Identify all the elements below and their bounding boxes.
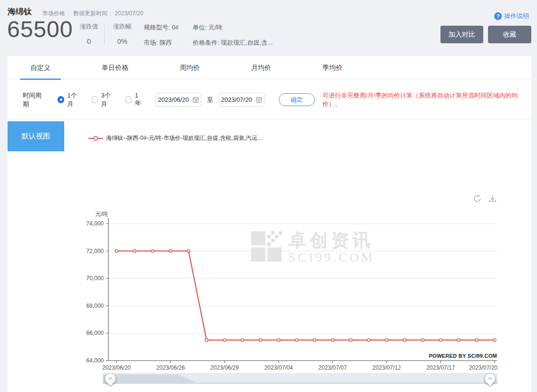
filter-note: 可进行非完整周/月/季的均价计算（系统将自动计算所选时间区域内的均价）。 [322, 91, 531, 108]
add-compare-button[interactable]: 加入对比 [440, 26, 483, 43]
period-label: 时间周期 [23, 91, 47, 108]
radio-1year[interactable]: 1年 [125, 92, 144, 108]
default-view-button[interactable]: 默认视图 [8, 121, 64, 151]
svg-text:2023/06/26: 2023/06/26 [156, 364, 185, 371]
end-date-value: 2023/07/20 [221, 96, 252, 103]
help-label: 操作说明 [504, 12, 529, 20]
filter-bar: 时间周期 1个月 3个月 1年 2023/06/20 至 2023/07/20 … [8, 80, 531, 120]
divider [104, 25, 105, 45]
change-value-label: 涨跌值 [74, 22, 104, 31]
spec-label: 规格型号: 0# [144, 23, 179, 32]
svg-text:2023/07/17: 2023/07/17 [426, 364, 455, 371]
svg-text:66,000: 66,000 [86, 330, 104, 336]
page-title: 海绵钛 [8, 6, 32, 17]
tab-daily-price[interactable]: 单日价格 [97, 56, 133, 80]
condition-label: 价格条件: 现款现汇,自提,含... [193, 39, 273, 47]
page: 海绵钛 市场价格 数据更新时间： 2023/07/20 ? 操作说明 65500… [0, 0, 537, 392]
datazoom-shadow [103, 373, 498, 384]
refresh-icon[interactable] [473, 194, 482, 203]
change-pct-label: 涨跌幅 [107, 22, 137, 31]
radio-3month[interactable]: 3个月 [91, 91, 117, 108]
tab-weekly-avg[interactable]: 周均价 [175, 56, 205, 80]
svg-text:72,000: 72,000 [86, 248, 104, 255]
legend-marker-icon [88, 136, 103, 141]
download-icon[interactable] [488, 194, 497, 203]
svg-text:68,000: 68,000 [86, 303, 104, 309]
tab-bar: 自定义 单日价格 周均价 月均价 季均价 [8, 56, 531, 80]
svg-text:2023/07/07: 2023/07/07 [318, 364, 347, 371]
svg-text:64,000: 64,000 [86, 357, 104, 364]
update-time-value: 2023/07/20 [115, 10, 143, 17]
radio-label: 1年 [135, 92, 144, 108]
question-icon: ? [494, 12, 502, 20]
powered-by-label: POWERED BY SCI99.COM [429, 353, 497, 359]
chart-legend[interactable]: 海绵钛--陕西-0#-元/吨-市场价-现款现汇,自提,含税,袋装,汽运... [88, 134, 262, 142]
tab-custom[interactable]: 自定义 [26, 56, 55, 80]
update-time-label: 数据更新时间： [73, 10, 113, 17]
calendar-icon [193, 97, 199, 103]
to-label: 至 [207, 96, 213, 104]
svg-text:70,000: 70,000 [86, 275, 104, 282]
svg-text:74,000: 74,000 [86, 220, 104, 227]
change-value: 0 [74, 37, 104, 45]
unit-condition-block: 单位: 元/吨 价格条件: 现款现汇,自提,含... [193, 23, 273, 47]
content-panel: 自定义 单日价格 周均价 月均价 季均价 时间周期 1个月 3个月 1年 202… [8, 56, 531, 392]
start-date-value: 2023/06/20 [158, 96, 189, 103]
svg-text:2023/06/29: 2023/06/29 [210, 364, 239, 371]
price-line-chart[interactable]: 64,00066,00068,00070,00072,00074,000元/吨2… [76, 209, 504, 371]
change-pct-block: 涨跌幅 0% [107, 22, 137, 45]
current-price: 65500 [7, 16, 73, 42]
chart-toolbox [473, 194, 497, 203]
tab-quarterly-avg[interactable]: 季均价 [318, 56, 347, 80]
svg-text:2023/07/04: 2023/07/04 [264, 364, 293, 371]
change-value-block: 涨跌值 0 [74, 22, 104, 45]
calendar-icon [256, 97, 262, 103]
radio-1month[interactable]: 1个月 [58, 91, 83, 108]
radio-label: 3个月 [101, 91, 116, 108]
radio-icon [58, 96, 65, 103]
spec-market-block: 规格型号: 0# 市场: 陕西 [144, 23, 179, 47]
datazoom-left-handle[interactable] [105, 373, 116, 384]
legend-label: 海绵钛--陕西-0#-元/吨-市场价-现款现汇,自提,含税,袋装,汽运... [106, 134, 262, 142]
radio-icon [125, 96, 132, 103]
datazoom-slider[interactable] [103, 373, 498, 384]
datazoom-right-handle[interactable] [485, 373, 496, 384]
unit-label: 单位: 元/吨 [193, 23, 273, 32]
change-pct: 0% [107, 37, 137, 45]
svg-text:2023/06/20: 2023/06/20 [102, 364, 131, 371]
radio-icon [91, 96, 98, 103]
svg-text:元/吨: 元/吨 [95, 211, 108, 217]
radio-label: 1个月 [67, 91, 82, 108]
favorite-button[interactable]: 收藏 [488, 26, 531, 43]
svg-text:2023/07/12: 2023/07/12 [372, 364, 401, 371]
market-label: 市场: 陕西 [144, 39, 179, 47]
tab-monthly-avg[interactable]: 月均价 [246, 56, 276, 80]
svg-text:2023/07/20: 2023/07/20 [469, 364, 498, 371]
help-link[interactable]: ? 操作说明 [494, 12, 529, 20]
start-date-input[interactable]: 2023/06/20 [156, 93, 201, 107]
end-date-input[interactable]: 2023/07/20 [219, 93, 264, 107]
update-time: 数据更新时间： 2023/07/20 [73, 10, 143, 18]
confirm-button[interactable]: 确定 [279, 93, 315, 106]
